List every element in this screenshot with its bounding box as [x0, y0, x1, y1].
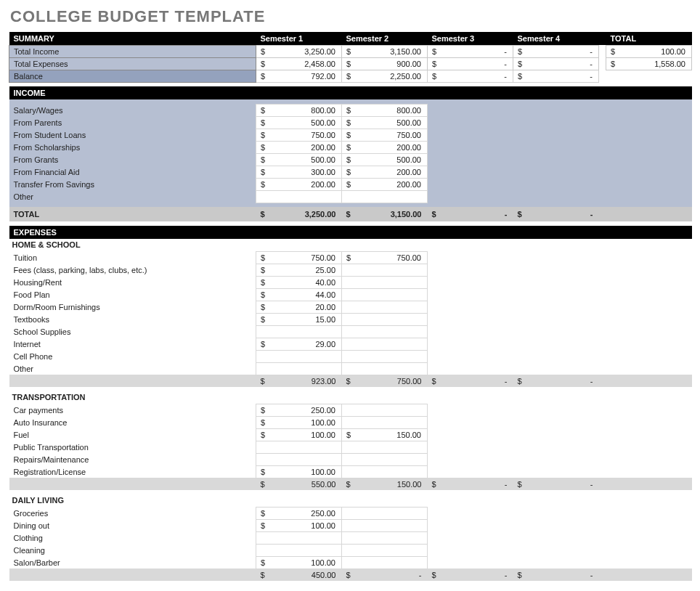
amount-cell[interactable]: $100.00 [256, 519, 342, 531]
amount-cell[interactable] [256, 453, 342, 465]
amount-cell[interactable] [342, 325, 428, 338]
expense-row-label: Registration/License [9, 465, 256, 478]
amount-cell[interactable]: $200.00 [342, 141, 428, 153]
amount-cell[interactable] [342, 264, 428, 276]
amount-cell[interactable]: $750.00 [342, 251, 428, 264]
amount-cell[interactable]: $1,558.00 [606, 57, 692, 70]
amount-cell[interactable]: $- [513, 568, 599, 581]
amount-cell[interactable]: $500.00 [342, 153, 428, 166]
amount-cell[interactable]: $- [513, 478, 599, 490]
amount-cell[interactable]: $800.00 [256, 104, 342, 116]
amount-cell[interactable] [342, 404, 428, 416]
amount-cell[interactable]: $15.00 [256, 313, 342, 325]
amount-cell[interactable] [606, 70, 692, 82]
income-row-label: From Parents [9, 116, 256, 129]
amount-cell[interactable]: $- [428, 568, 513, 581]
dollar-sign: $ [346, 210, 351, 219]
amount-cell[interactable] [256, 362, 342, 375]
amount-cell[interactable]: $3,150.00 [342, 207, 428, 221]
dollar-sign: $ [432, 210, 436, 219]
dollar-sign: $ [346, 180, 351, 189]
amount-cell[interactable]: $200.00 [342, 166, 428, 178]
expense-row-label: Cleaning [9, 544, 256, 556]
amount-cell[interactable]: $500.00 [342, 116, 428, 129]
amount-cell[interactable]: $800.00 [342, 104, 428, 116]
amount-cell[interactable]: $- [428, 207, 513, 221]
amount-cell[interactable]: $- [428, 478, 513, 490]
amount-cell[interactable] [342, 190, 428, 203]
amount-cell[interactable]: $- [513, 375, 599, 387]
amount-cell[interactable] [342, 288, 428, 301]
amount-cell[interactable]: $200.00 [256, 141, 342, 153]
amount-cell[interactable] [342, 338, 428, 350]
amount-cell[interactable] [342, 453, 428, 465]
amount-cell[interactable] [342, 276, 428, 288]
amount-cell[interactable] [342, 313, 428, 325]
amount-cell[interactable]: $100.00 [256, 556, 342, 568]
amount-cell[interactable] [342, 544, 428, 556]
amount-cell[interactable]: $792.00 [256, 70, 342, 82]
amount-cell[interactable] [342, 416, 428, 428]
amount-cell[interactable]: $200.00 [256, 178, 342, 190]
amount-cell[interactable] [342, 531, 428, 544]
dollar-sign: $ [518, 72, 522, 81]
amount-cell[interactable] [342, 301, 428, 313]
amount-cell[interactable] [342, 507, 428, 519]
amount-cell[interactable]: $923.00 [256, 375, 342, 387]
amount-cell[interactable]: $25.00 [256, 264, 342, 276]
amount-cell[interactable] [342, 441, 428, 453]
amount-cell[interactable]: $- [513, 207, 599, 221]
amount-cell[interactable]: $750.00 [342, 129, 428, 141]
amount-cell[interactable]: $300.00 [256, 166, 342, 178]
amount-cell[interactable]: $40.00 [256, 276, 342, 288]
dollar-sign: $ [261, 143, 265, 152]
amount-cell[interactable]: $750.00 [342, 375, 428, 387]
amount-cell[interactable]: $- [428, 57, 513, 70]
amount-cell[interactable]: $500.00 [256, 153, 342, 166]
amount-cell[interactable]: $250.00 [256, 404, 342, 416]
amount-cell[interactable]: $150.00 [342, 428, 428, 441]
amount-cell[interactable]: $550.00 [256, 478, 342, 490]
amount-cell[interactable]: $2,250.00 [342, 70, 428, 82]
amount-cell[interactable] [342, 465, 428, 478]
amount-cell[interactable]: $29.00 [256, 338, 342, 350]
amount-cell[interactable] [342, 362, 428, 375]
amount-cell[interactable]: $150.00 [342, 478, 428, 490]
amount-cell[interactable]: $44.00 [256, 288, 342, 301]
expense-row-label: Salon/Barber [9, 556, 256, 568]
amount-cell[interactable]: $250.00 [256, 507, 342, 519]
amount-cell[interactable]: $900.00 [342, 57, 428, 70]
amount-cell[interactable]: $2,458.00 [256, 57, 342, 70]
amount-cell[interactable]: $100.00 [256, 465, 342, 478]
amount-cell[interactable]: $3,250.00 [256, 207, 342, 221]
amount-cell[interactable]: $100.00 [256, 428, 342, 441]
amount-cell[interactable]: $- [428, 45, 513, 57]
dollar-sign: $ [261, 558, 265, 567]
amount-cell[interactable] [256, 350, 342, 362]
amount-cell[interactable]: $- [513, 57, 599, 70]
amount-cell[interactable] [256, 325, 342, 338]
amount-cell[interactable] [256, 544, 342, 556]
expense-row: Groceries$250.00 [9, 507, 692, 519]
amount-cell[interactable]: $200.00 [342, 178, 428, 190]
amount-cell[interactable]: $500.00 [256, 116, 342, 129]
amount-cell[interactable]: $- [513, 70, 599, 82]
amount-cell[interactable] [256, 531, 342, 544]
amount-cell[interactable]: $3,150.00 [342, 45, 428, 57]
amount-cell[interactable]: $750.00 [256, 251, 342, 264]
amount-cell[interactable]: $- [428, 375, 513, 387]
amount-cell[interactable] [256, 190, 342, 203]
amount-cell[interactable] [342, 519, 428, 531]
amount-cell[interactable]: $- [428, 70, 513, 82]
amount-cell[interactable] [342, 350, 428, 362]
amount-cell[interactable]: $100.00 [256, 416, 342, 428]
amount-cell[interactable]: $- [513, 45, 599, 57]
amount-cell[interactable]: $750.00 [256, 129, 342, 141]
amount-cell[interactable]: $3,250.00 [256, 45, 342, 57]
amount-cell[interactable]: $20.00 [256, 301, 342, 313]
amount-cell[interactable]: $- [342, 568, 428, 581]
amount-cell[interactable]: $100.00 [606, 45, 692, 57]
amount-cell[interactable] [256, 441, 342, 453]
amount-cell[interactable] [342, 556, 428, 568]
amount-cell[interactable]: $450.00 [256, 568, 342, 581]
